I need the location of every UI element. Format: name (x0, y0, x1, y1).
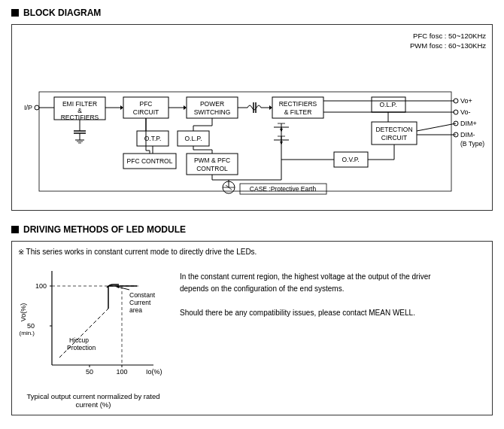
svg-text:PFC CONTROL: PFC CONTROL (127, 157, 173, 165)
svg-text:DETECTION: DETECTION (375, 126, 412, 133)
svg-text:SWITCHING: SWITCHING (194, 108, 231, 116)
chart-area: Vo(%) 100 50 (min.) 50 100 (18, 263, 169, 409)
driving-methods-content: ※ This series works in constant current … (11, 241, 493, 415)
block-diagram-title: BLOCK DIAGRAM (23, 8, 101, 18)
description-line3: Should there be any compatibility issues… (180, 307, 486, 319)
driving-methods-section: DRIVING METHODS OF LED MODULE ※ This ser… (11, 224, 493, 415)
svg-text:& FILTER: & FILTER (284, 108, 312, 116)
svg-text:50: 50 (27, 322, 35, 330)
svg-text:100: 100 (35, 282, 47, 290)
block-diagram-content: PFC fosc : 50~120KHz PWM fosc : 60~130KH… (11, 24, 493, 211)
svg-text:DIM+: DIM+ (460, 120, 477, 127)
svg-text:CIRCUIT: CIRCUIT (381, 134, 407, 141)
svg-line-111 (117, 287, 129, 290)
svg-text:area: area (129, 306, 142, 314)
svg-line-48 (417, 123, 456, 131)
svg-text:Vo+: Vo+ (460, 97, 472, 105)
svg-text:(B Type): (B Type) (460, 140, 484, 148)
svg-text:O.V.P.: O.V.P. (342, 156, 359, 163)
svg-text:100: 100 (116, 368, 127, 376)
pfc-note: PFC fosc : 50~120KHz PWM fosc : 60~130KH… (18, 31, 486, 51)
svg-text:RECTIFIERS: RECTIFIERS (279, 100, 317, 108)
svg-text:Constant: Constant (129, 291, 156, 299)
svg-marker-19 (184, 105, 187, 110)
svg-text:PWM & PFC: PWM & PFC (194, 157, 230, 164)
svg-text:O.L.P.: O.L.P. (380, 101, 397, 108)
chart-description: In the constant current region, the high… (180, 263, 486, 409)
svg-text:Vo-: Vo- (460, 108, 471, 116)
svg-text:Current: Current (129, 299, 151, 306)
svg-text:POWER: POWER (200, 100, 224, 108)
driving-methods-title: DRIVING METHODS OF LED MODULE (23, 224, 186, 235)
chart-caption: Typical output current normalized by rat… (18, 392, 169, 409)
description-line1: In the constant current region, the high… (180, 271, 486, 283)
svg-marker-27 (269, 105, 272, 110)
svg-text:O.L.P.: O.L.P. (185, 135, 202, 142)
svg-text:PFC: PFC (140, 100, 153, 108)
svg-text:CONTROL: CONTROL (196, 165, 228, 172)
svg-text:CASE :Protective Earth: CASE :Protective Earth (250, 185, 317, 193)
svg-text:O.T.P.: O.T.P. (144, 135, 162, 142)
section-icon (11, 9, 19, 17)
driving-section-icon (11, 226, 19, 233)
svg-text:(min.): (min.) (20, 330, 35, 336)
svg-marker-14 (120, 105, 123, 110)
svg-marker-80 (280, 141, 283, 145)
block-diagram-section: BLOCK DIAGRAM PFC fosc : 50~120KHz PWM f… (11, 8, 493, 211)
driving-note: ※ This series works in constant current … (18, 248, 486, 256)
svg-marker-76 (280, 129, 283, 132)
svg-text:Protection: Protection (67, 344, 96, 351)
block-diagram-header: BLOCK DIAGRAM (11, 8, 493, 18)
ip-label: I/P (24, 104, 32, 111)
svg-text:DIM-: DIM- (460, 131, 475, 138)
svg-text:Io(%): Io(%) (146, 368, 162, 376)
description-line2: depends on the configuration of the end … (180, 283, 486, 295)
svg-text:CIRCUIT: CIRCUIT (133, 108, 159, 116)
block-diagram-svg: I/P EMI FILTER & RECTIFIERS (18, 56, 486, 204)
svg-text:Hiccup: Hiccup (69, 336, 89, 344)
svg-point-0 (35, 105, 39, 110)
driving-content-area: Vo(%) 100 50 (min.) 50 100 (18, 263, 486, 409)
driving-methods-header: DRIVING METHODS OF LED MODULE (11, 224, 493, 235)
svg-text:50: 50 (86, 368, 93, 376)
svg-text:Vo(%): Vo(%) (20, 303, 27, 321)
